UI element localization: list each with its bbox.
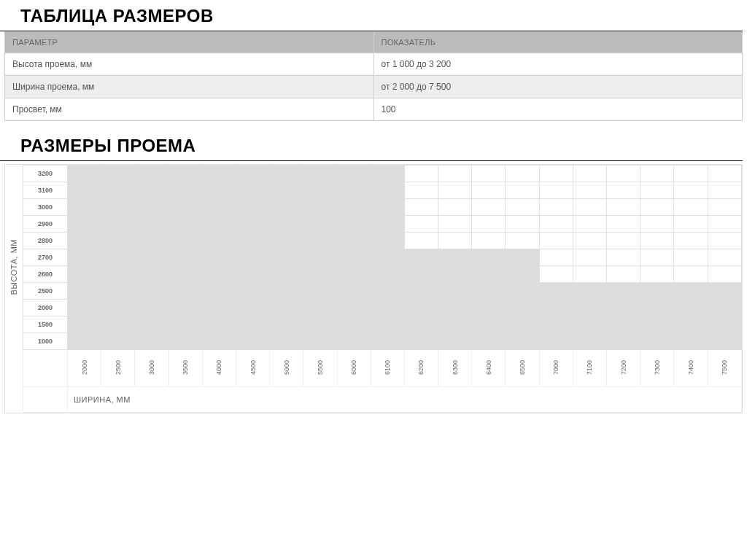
chart-cell: [135, 233, 169, 249]
chart-cell: [472, 199, 506, 216]
chart-cell: [573, 233, 606, 249]
chart-cell: [236, 182, 269, 199]
chart-cell: [101, 182, 135, 199]
chart-cell: [472, 266, 506, 283]
chart-cell: [404, 300, 438, 316]
param-cell: Ширина проема, мм: [5, 76, 374, 98]
chart-cell: [68, 216, 101, 233]
chart-col-label: 7300: [640, 350, 674, 387]
chart-cell: [303, 233, 337, 249]
chart-cell: [573, 166, 606, 182]
chart-cell: [270, 166, 303, 182]
chart-row-label: 2600: [23, 266, 68, 283]
chart-row-label: 2900: [23, 216, 68, 233]
chart-cell: [506, 300, 539, 316]
chart-col-label: 4000: [202, 350, 236, 387]
chart-cell: [371, 249, 404, 266]
chart-cell: [438, 333, 472, 350]
chart-cell: [404, 249, 438, 266]
chart-cell: [506, 233, 539, 249]
chart-cell: [135, 166, 169, 182]
chart-col-label: 6200: [404, 350, 438, 387]
chart-cell: [674, 166, 708, 182]
chart-cell: [270, 216, 303, 233]
chart-cell: [101, 300, 135, 316]
chart-cell: [371, 216, 404, 233]
chart-cell: [169, 233, 202, 249]
chart-cell: [404, 266, 438, 283]
chart-grid: 3200310030002900280027002600250020001500…: [23, 165, 742, 413]
chart-cell: [404, 316, 438, 333]
chart-cell: [202, 233, 236, 249]
chart-cell: [303, 266, 337, 283]
chart-cell: [607, 182, 640, 199]
chart-cell: [539, 182, 573, 199]
chart-cell: [303, 199, 337, 216]
chart-cell: [101, 316, 135, 333]
chart-cell: [472, 300, 506, 316]
chart-cell: [236, 166, 269, 182]
chart-cell: [640, 300, 674, 316]
sizes-table-title: ТАБЛИЦА РАЗМЕРОВ: [0, 0, 743, 31]
size-chart: ВЫСОТА, ММ 32003100300029002800270026002…: [4, 164, 743, 413]
chart-cell: [202, 166, 236, 182]
chart-cell: [539, 316, 573, 333]
chart-cell: [573, 283, 606, 300]
value-cell: от 1 000 до 3 200: [374, 53, 743, 76]
chart-cell: [539, 216, 573, 233]
chart-cell: [708, 233, 741, 249]
chart-cell: [404, 216, 438, 233]
chart-cell: [202, 266, 236, 283]
chart-cell: [270, 300, 303, 316]
params-header-value: ПОКАЗАТЕЛЬ: [374, 32, 743, 53]
chart-row-label: 1500: [23, 316, 68, 333]
chart-cell: [169, 266, 202, 283]
chart-cell: [337, 333, 371, 350]
chart-cell: [708, 283, 741, 300]
chart-col-label: 2500: [101, 350, 135, 387]
chart-cell: [169, 333, 202, 350]
chart-cell: [640, 216, 674, 233]
chart-cell: [404, 182, 438, 199]
chart-cell: [640, 333, 674, 350]
chart-cell: [169, 182, 202, 199]
chart-col-label: 7400: [674, 350, 708, 387]
chart-col-label: 5500: [303, 350, 337, 387]
chart-cell: [169, 199, 202, 216]
chart-cell: [135, 316, 169, 333]
chart-cell: [135, 216, 169, 233]
chart-col-label: 3500: [169, 350, 202, 387]
chart-cell: [135, 182, 169, 199]
chart-cell: [708, 216, 741, 233]
chart-cell: [573, 266, 606, 283]
chart-cell: [135, 333, 169, 350]
chart-col-label: 3000: [135, 350, 169, 387]
chart-xlabel: ШИРИНА, ММ: [68, 387, 742, 413]
chart-cell: [472, 182, 506, 199]
chart-cell: [236, 283, 269, 300]
chart-cell: [135, 199, 169, 216]
chart-cell: [337, 249, 371, 266]
param-cell: Высота проема, мм: [5, 53, 374, 76]
chart-cell: [607, 316, 640, 333]
chart-col-label: 6100: [371, 350, 404, 387]
chart-cell: [202, 199, 236, 216]
chart-cell: [68, 233, 101, 249]
chart-cell: [573, 316, 606, 333]
chart-cell: [438, 216, 472, 233]
chart-cell: [438, 266, 472, 283]
chart-cell: [472, 216, 506, 233]
chart-cell: [169, 216, 202, 233]
chart-cell: [674, 300, 708, 316]
chart-cell: [506, 249, 539, 266]
chart-cell: [68, 199, 101, 216]
chart-cell: [135, 300, 169, 316]
chart-cell: [573, 199, 606, 216]
chart-cell: [101, 266, 135, 283]
chart-cell: [539, 249, 573, 266]
chart-cell: [438, 316, 472, 333]
table-row: Высота проема, мм от 1 000 до 3 200: [5, 53, 743, 76]
chart-cell: [438, 233, 472, 249]
chart-row-label: 2000: [23, 300, 68, 316]
chart-cell: [539, 300, 573, 316]
